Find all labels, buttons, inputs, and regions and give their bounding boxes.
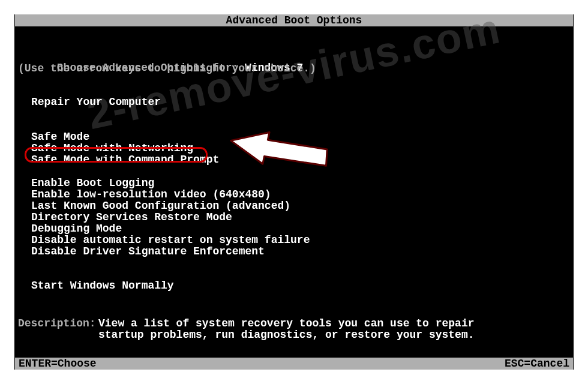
description-line-1: View a list of system recovery tools you… (98, 318, 475, 329)
intro-line-2: (Use the arrow keys to highlight your ch… (18, 63, 316, 74)
menu-repair-your-computer[interactable]: Repair Your Computer (31, 97, 161, 107)
footer-enter: ENTER=Choose (19, 358, 97, 370)
menu-low-res-video[interactable]: Enable low-resolution video (640x480) (31, 189, 271, 200)
menu-start-normally[interactable]: Start Windows Normally (31, 280, 174, 291)
menu-disable-driver-sig[interactable]: Disable Driver Signature Enforcement (31, 246, 265, 257)
screenshot-frame: Advanced Boot Options 2-remove-virus.com… (0, 0, 588, 390)
arrow-icon (224, 131, 332, 170)
menu-last-known-good[interactable]: Last Known Good Configuration (advanced) (31, 200, 290, 211)
menu-disable-auto-restart[interactable]: Disable automatic restart on system fail… (31, 235, 310, 245)
menu-safe-mode[interactable]: Safe Mode (31, 131, 89, 142)
menu-safe-mode-command-prompt[interactable]: Safe Mode with Command Prompt (31, 154, 219, 165)
menu-debugging-mode[interactable]: Debugging Mode (31, 223, 122, 234)
description-line-2: startup problems, run diagnostics, or re… (98, 329, 475, 340)
menu-enable-boot-logging[interactable]: Enable Boot Logging (31, 178, 154, 188)
menu-safe-mode-networking[interactable]: Safe Mode with Networking (31, 143, 193, 154)
svg-marker-0 (227, 131, 331, 170)
boot-screen: Advanced Boot Options 2-remove-virus.com… (14, 14, 574, 370)
footer-bar: ENTER=Choose ESC=Cancel (15, 358, 573, 370)
menu-ds-restore-mode[interactable]: Directory Services Restore Mode (31, 212, 232, 223)
description-label: Description: (18, 318, 96, 329)
screen-title: Advanced Boot Options (15, 14, 573, 26)
footer-esc: ESC=Cancel (505, 358, 569, 370)
